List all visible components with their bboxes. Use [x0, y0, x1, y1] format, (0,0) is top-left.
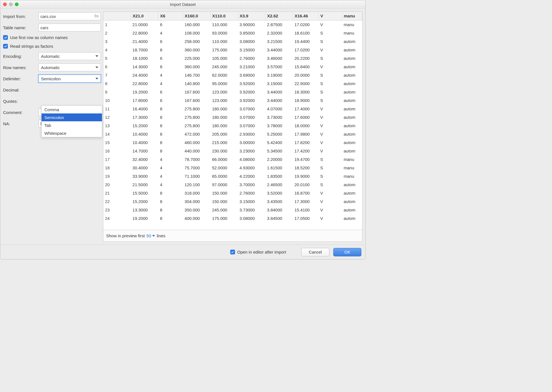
table-cell: 2.87500 [265, 20, 293, 29]
table-cell: 4 [158, 163, 183, 172]
table-row[interactable]: 724.40004146.70062.00003.690003.1900020.… [103, 71, 362, 79]
table-row[interactable]: 919.20006167.600123.0003.920003.4400018.… [103, 88, 362, 96]
table-row[interactable]: 1830.4000475.700052.00004.930001.6150018… [103, 163, 362, 172]
use-first-row-checkbox[interactable]: Use first row as column names [3, 34, 101, 41]
table-cell: 175.000 [210, 214, 238, 222]
table-cell: 3.23000 [238, 147, 265, 155]
delimiter-option[interactable]: Tab [42, 121, 102, 129]
delimiter-option[interactable]: Whitespace [42, 129, 102, 137]
delimiter-option[interactable]: Comma [42, 106, 102, 113]
column-header[interactable]: V [318, 12, 342, 20]
table-cell: S [318, 29, 342, 37]
table-row[interactable]: 1732.4000478.700066.00004.080002.2000019… [103, 155, 362, 163]
table-row[interactable]: 2419.20008400.000175.0003.080003.8450017… [103, 214, 362, 222]
open-in-editor-checkbox[interactable]: Open in editor after import [230, 250, 286, 254]
table-cell: V [318, 121, 342, 130]
column-header[interactable]: X21.0 [131, 12, 158, 20]
table-row[interactable]: 1614.70008440.000230.0003.230005.3450017… [103, 147, 362, 155]
table-cell: 3.52000 [265, 189, 293, 197]
table-row[interactable]: 2021.50004120.10097.00003.700002.4650020… [103, 180, 362, 189]
import-from-input[interactable] [38, 12, 101, 20]
table-cell: 17.3000 [131, 113, 158, 121]
cancel-button[interactable]: Cancel [301, 248, 329, 256]
table-cell: 3.85000 [238, 29, 265, 37]
delimiter-option[interactable]: Semicolon [42, 113, 102, 121]
maximize-window-button[interactable] [15, 3, 19, 6]
row-names-select[interactable]: Automatic [38, 63, 101, 71]
chevron-down-icon [95, 55, 98, 57]
table-cell: 16 [103, 147, 131, 155]
table-cell: 3.92000 [238, 79, 265, 88]
close-window-button[interactable] [3, 3, 7, 6]
table-cell: 2.76000 [238, 189, 265, 197]
table-cell: manu [342, 163, 362, 172]
table-cell: 318.000 [183, 189, 210, 197]
import-dataset-window: Import Dataset Import from: Table name: [0, 0, 366, 259]
table-row[interactable]: 321.40006258.000110.0003.080003.2150019.… [103, 37, 362, 45]
table-row[interactable]: 121.00006160.000110.0003.900002.8750017.… [103, 20, 362, 29]
table-row[interactable]: 2215.20008304.000150.0003.150003.4350017… [103, 197, 362, 206]
table-cell: S [318, 88, 342, 96]
table-cell: 12 [103, 113, 131, 121]
table-row[interactable]: 2313.30008350.000245.0003.730003.8400015… [103, 206, 362, 214]
table-header-row: X21.0X6X160.0X110.0X3.9X2.62X16.46Vmanu [103, 12, 362, 20]
folder-open-icon[interactable] [94, 14, 99, 18]
table-cell: 3.19000 [265, 71, 293, 79]
table-row[interactable]: 222.80004108.00093.00003.850002.3200018.… [103, 29, 362, 37]
column-header[interactable]: X3.9 [238, 12, 265, 20]
table-name-input[interactable] [38, 24, 101, 31]
column-header[interactable]: X110.0 [210, 12, 238, 20]
column-header[interactable]: X2.62 [265, 12, 293, 20]
table-cell: V [318, 214, 342, 222]
ok-button[interactable]: OK [333, 248, 361, 256]
table-cell: 3.70000 [238, 180, 265, 189]
column-header[interactable]: X16.46 [293, 12, 319, 20]
table-row[interactable]: 518.10006225.000105.0002.760003.4600020.… [103, 54, 362, 62]
table-cell: 22.9000 [293, 79, 319, 88]
table-row[interactable]: 1017.80006167.600123.0003.920003.4400018… [103, 96, 362, 104]
table-row[interactable]: 418.70008360.000175.0003.150003.4400017.… [103, 45, 362, 54]
column-header[interactable]: X160.0 [183, 12, 210, 20]
table-row[interactable]: 822.80004140.80095.00003.920003.1500022.… [103, 79, 362, 88]
delimiter-dropdown: CommaSemicolonTabWhitespace [41, 105, 102, 137]
table-cell: 123.000 [210, 96, 238, 104]
column-header[interactable] [103, 12, 131, 20]
column-header[interactable]: manu [342, 12, 362, 20]
delimiter-select[interactable]: Semicolon [38, 75, 101, 83]
options-pane: Import from: Table name: Use first row a… [3, 12, 101, 242]
table-cell: V [318, 147, 342, 155]
column-header[interactable]: X6 [158, 12, 183, 20]
table-cell: 19.4700 [293, 155, 319, 163]
table-row[interactable]: 1510.40008460.000215.0003.000005.4240017… [103, 138, 362, 147]
table-cell: 66.0000 [210, 155, 238, 163]
table-cell: S [318, 96, 342, 104]
table-cell: 110.000 [210, 20, 238, 29]
table-row[interactable]: 1933.9000471.100065.00004.220001.8350019… [103, 172, 362, 180]
table-cell: autom [342, 147, 362, 155]
table-row[interactable]: 614.30008360.000245.0003.210003.5700015.… [103, 62, 362, 71]
table-cell: S [318, 54, 342, 62]
minimize-window-button[interactable] [9, 3, 13, 6]
table-cell: autom [342, 88, 362, 96]
table-cell: 225.000 [183, 54, 210, 62]
table-row[interactable]: 1217.30008275.800180.0003.070003.7300017… [103, 113, 362, 121]
read-strings-checkbox[interactable]: Read strings as factors [3, 43, 101, 50]
table-cell: 3.69000 [238, 71, 265, 79]
table-row[interactable]: 2115.50008318.000150.0002.760003.5200016… [103, 189, 362, 197]
table-cell: 3.15000 [265, 79, 293, 88]
table-cell: 472.000 [183, 130, 210, 138]
table-cell: 9 [103, 88, 131, 96]
table-cell: 3.07000 [238, 121, 265, 130]
table-cell: 17.0200 [293, 20, 319, 29]
table-cell: 6 [158, 54, 183, 62]
table-row[interactable]: 1315.20008275.800180.0003.070003.7800018… [103, 121, 362, 130]
table-cell: 65.0000 [210, 172, 238, 180]
table-cell: 3.92000 [238, 88, 265, 96]
table-cell: 8 [158, 189, 183, 197]
table-cell: 360.000 [183, 62, 210, 71]
table-row[interactable]: 1116.40008275.800180.0003.070004.0700017… [103, 104, 362, 113]
encoding-select[interactable]: Automatic [38, 52, 101, 60]
table-cell: V [318, 62, 342, 71]
table-row[interactable]: 1410.40008472.000205.0002.930005.2500017… [103, 130, 362, 138]
preview-lines-select[interactable]: 50 [147, 233, 155, 238]
